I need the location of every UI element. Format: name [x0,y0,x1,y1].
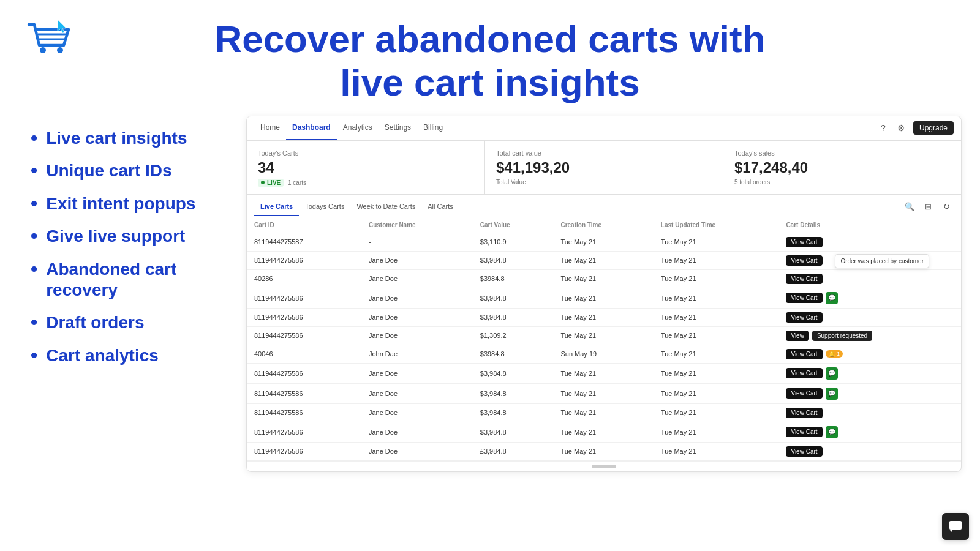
cart-details: View Cart [778,442,961,460]
cart-id: 8119444275586 [247,363,361,383]
cart-value: $3,984.8 [473,383,554,403]
table-row: 8119444275586 Jane Doe £3,984.8 Tue May … [247,442,961,460]
creation-time: Tue May 21 [553,308,653,326]
page-title: Recover abandoned carts with live cart i… [0,17,980,105]
cart-value: $3,984.8 [473,363,554,383]
updated-time: Tue May 21 [654,422,779,442]
cart-id: 8119444275586 [247,383,361,403]
table-row: 8119444275586 Jane Doe $3,984.8 Tue May … [247,422,961,442]
cart-value: $3,110.9 [473,233,554,251]
customer-name: Jane Doe [361,326,473,345]
cart-value: $3,984.8 [473,308,554,326]
chat-icon[interactable]: 💬 [826,388,838,400]
table-tabs: Live Carts Todays Carts Week to Date Car… [247,195,961,217]
cart-id: 40286 [247,269,361,288]
view-cart-button[interactable]: View [786,331,809,341]
creation-time: Tue May 21 [553,326,653,345]
cart-details-cell: View CartOrder was placed by customer [786,255,954,266]
cart-details-cell: View Cart [786,446,954,457]
table-row: 8119444275586 Jane Doe $3,984.8 Tue May … [247,288,961,308]
svg-rect-5 [949,521,962,530]
cart-value: $3984.8 [473,269,554,288]
updated-time: Tue May 21 [654,269,779,288]
updated-time: Tue May 21 [654,308,779,326]
cart-id: 8119444275586 [247,288,361,308]
search-icon[interactable]: 🔍 [902,200,917,214]
stat-todays-carts: Today's Carts 34 LIVE 1 carts [247,141,485,194]
tab-all-carts[interactable]: All Carts [421,200,459,216]
tab-week-to-date[interactable]: Week to Date Carts [350,200,421,216]
help-icon[interactable]: ? [876,121,890,135]
cart-details-cell: View Cart [786,408,954,418]
updated-time: Tue May 21 [654,442,779,460]
stat-todays-sales: Today's sales $17,248,40 5 total orders [723,141,961,194]
cart-id: 8119444275586 [247,442,361,460]
live-badge: LIVE [258,179,284,187]
view-cart-button[interactable]: View Cart [786,255,822,266]
view-cart-button[interactable]: View Cart [786,388,822,399]
customer-name: - [361,233,473,251]
table-section: Live Carts Todays Carts Week to Date Car… [247,195,961,471]
chat-bubble-button[interactable] [942,513,969,540]
cart-details: View Cart💬 [778,422,961,442]
nav-settings[interactable]: Settings [379,116,417,140]
list-item-cart-analytics: Cart analytics [31,339,227,372]
scroll-bar[interactable] [247,461,961,471]
chat-icon[interactable]: 💬 [826,292,838,304]
filter-icon[interactable]: ⊟ [921,200,935,214]
view-cart-button[interactable]: View Cart [786,446,822,457]
table-row: 8119444275586 Jane Doe $1,309.2 Tue May … [247,326,961,345]
scroll-handle [592,465,616,468]
stat-sub-1: LIVE 1 carts [258,179,473,187]
cart-details-cell: View Cart [786,312,954,323]
nav-analytics[interactable]: Analytics [337,116,379,140]
cart-value: $3,984.8 [473,403,554,422]
customer-name: Jane Doe [361,422,473,442]
view-cart-button[interactable]: View Cart [786,312,822,323]
upgrade-button[interactable]: Upgrade [913,121,954,135]
cart-details: View Cart [778,308,961,326]
stat-sub-2: Total Value [496,179,712,186]
updated-time: Tue May 21 [654,403,779,422]
cart-id: 40046 [247,345,361,363]
customer-name: Jane Doe [361,363,473,383]
list-item-unique-cart: Unique cart IDs [31,154,227,187]
customer-name: Jane Doe [361,403,473,422]
view-cart-button[interactable]: View Cart [786,274,822,284]
cart-details-cell: View Cart💬 [786,292,954,304]
view-cart-button[interactable]: View Cart [786,408,822,418]
updated-time: Tue May 21 [654,363,779,383]
cart-details-cell: View Cart [786,274,954,284]
cart-id: 8119444275586 [247,422,361,442]
table-row: 8119444275587 - $3,110.9 Tue May 21 Tue … [247,233,961,251]
view-cart-button[interactable]: View Cart [786,349,822,359]
cart-value: $3984.8 [473,345,554,363]
cart-details: View CartOrder was placed by customer [778,251,961,269]
view-cart-button[interactable]: View Cart [786,293,822,303]
creation-time: Tue May 21 [553,251,653,269]
col-updated-time: Last Updated Time [654,217,779,233]
view-cart-button[interactable]: View Cart [786,427,822,437]
table-row: 40046 John Dae $3984.8 Sun May 19 Tue Ma… [247,345,961,363]
settings-icon[interactable]: ⚙ [895,121,908,135]
cart-details: View Cart [778,233,961,251]
cart-details: View Cart🔔 1 [778,345,961,363]
tab-todays-carts[interactable]: Todays Carts [299,200,350,216]
nav-bar: Home Dashboard Analytics Settings Billin… [247,116,961,141]
tab-live-carts[interactable]: Live Carts [254,200,299,216]
stat-total-cart-value: Total cart value $41,193,20 Total Value [485,141,723,194]
nav-billing[interactable]: Billing [417,116,449,140]
customer-name: Jane Doe [361,251,473,269]
svg-marker-4 [58,20,66,33]
cart-id: 8119444275587 [247,233,361,251]
nav-home[interactable]: Home [254,116,286,140]
view-cart-button[interactable]: View Cart [786,368,822,378]
cart-value: $1,309.2 [473,326,554,345]
chat-icon[interactable]: 💬 [826,367,838,380]
chat-icon[interactable]: 💬 [826,426,838,438]
nav-dashboard[interactable]: Dashboard [286,116,337,140]
view-cart-button[interactable]: View Cart [786,237,822,247]
stat-label-1: Today's Carts [258,149,473,157]
refresh-icon[interactable]: ↻ [939,200,954,214]
cart-id: 8119444275586 [247,251,361,269]
